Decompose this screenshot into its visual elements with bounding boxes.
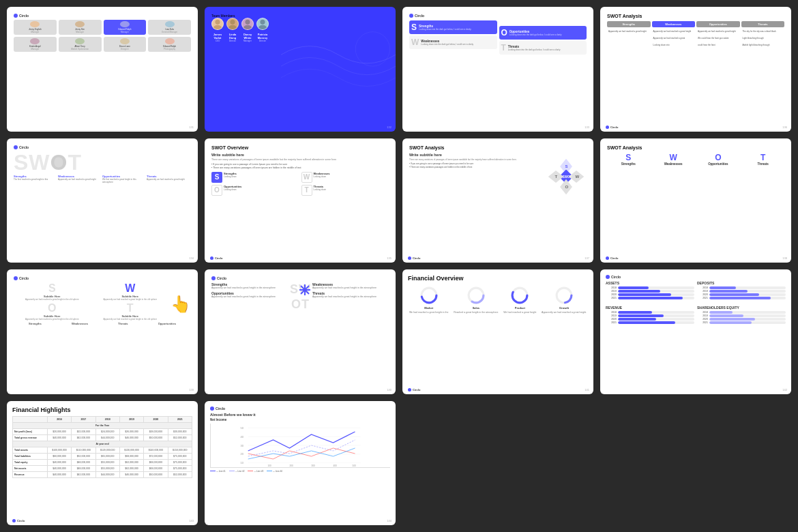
swot-cell-s1: Apparently we had reached a great height: [607, 29, 651, 34]
photo-box-4: Lisa Eula General Manager: [148, 20, 191, 35]
donut-growth: Growth Apparently we had reached a great…: [542, 286, 587, 314]
col-opportunities: Opportunities: [696, 21, 740, 27]
bar-deposits-title: DEPOSITS: [697, 281, 786, 285]
slide-7-desc: There are many variations of passages of…: [409, 158, 543, 161]
swot-ov-o-text: Looking down: [224, 188, 241, 191]
team-photo-grid-bottom: Kristin Angel Manager Albert Terry Marke…: [14, 37, 191, 52]
swot9-label-3: Threats: [118, 322, 128, 325]
fh-rev-2019: $46,000,000: [119, 434, 143, 441]
swot9-w: W Subtitle Here Apparently we had reache…: [92, 282, 169, 301]
fh-row-rev2-label: Revenue: [13, 471, 48, 477]
fh-row-revenue2: Revenue $40,000,000 $42,000,000 $44,000,…: [13, 471, 192, 477]
swot-cell-o3: could hear the faint: [696, 42, 740, 48]
svg-point-7: [260, 20, 265, 25]
bar-rev-title: REVENUE: [606, 306, 694, 310]
swot-bg-s: S: [14, 151, 28, 173]
donut-product-label: Product: [515, 306, 525, 310]
svg-point-2: [213, 25, 222, 30]
donut-sales-label: Sales: [473, 306, 479, 310]
swot9-t-letter: T: [127, 302, 134, 314]
avatar-4: [256, 18, 269, 30]
swot9-s: S Subtitle Here Apparently we had reache…: [14, 282, 91, 301]
bar-eq-title: SHAREHOLDERS EQUITY: [697, 306, 786, 310]
fh-th-2021: 2021: [168, 416, 192, 422]
slide-2: Team Members James Vadot CEO Linda Dong: [205, 7, 396, 132]
svg-point-3: [230, 20, 235, 25]
fh-np-2018: $24,000,000: [95, 428, 119, 434]
svg-text:30: 30: [241, 443, 244, 447]
photo-box-6: Albert Terry Market Spokesman: [59, 37, 102, 52]
swot-col-body: Apparently we had reached a great height…: [607, 29, 784, 48]
bottom-logo-11: Circlo: [408, 388, 420, 391]
circlo-logo-dot-14: [210, 407, 214, 411]
bar-revenue: REVENUE 2018 2019 2020 2021: [606, 306, 694, 325]
svg-point-8: [258, 25, 267, 30]
photo-box-5: Kristin Angel Manager: [14, 37, 57, 52]
photo-box-2: Jenny Kim Manager: [59, 20, 102, 35]
swot-cell-s3: [607, 42, 651, 48]
swot-overview-t: T ThreatsLooking down: [301, 185, 389, 196]
svg-text:100: 100: [268, 464, 272, 467]
bar-rev-row-4: 2021: [606, 321, 694, 324]
donut-market-text: We had reached a great height in the: [409, 311, 449, 314]
avatar-2: [226, 18, 239, 30]
page-num-3: 133: [585, 125, 589, 129]
swot9-o-letter: O: [48, 302, 56, 314]
photo-box-7: Devon Lane Designer: [104, 37, 147, 52]
slide-9: Circlo S Subtitle Here Apparently we had…: [7, 269, 198, 394]
circlo-logo-text-1: Circlo: [19, 14, 29, 18]
svg-point-0: [355, 32, 389, 66]
swot-ov-t-text: Looking down: [314, 188, 327, 191]
swot10-t: Threats Apparently we had reached a grea…: [312, 291, 389, 298]
swot5-o-text: We first reached a great height in this …: [102, 178, 147, 183]
team-name-2: Linda Dong Director: [226, 33, 239, 42]
swot10-s: Strengths Apparently we had reached a gr…: [211, 282, 288, 289]
fh-row-na-label: Net assets: [13, 465, 48, 471]
swot-w-text: Looking down into the dark gut below, I …: [421, 43, 473, 46]
fh-section-2: At year end: [13, 441, 192, 447]
slide-6-desc: There are many variations of passages of…: [211, 158, 389, 161]
photo-box-1: Jenny English Manager: [14, 20, 57, 35]
page-num-2: 132: [387, 125, 391, 129]
bottom-logo-13: Circlo: [12, 519, 25, 522]
bar-assets-row-2: 2019: [606, 290, 694, 293]
swot-bg-o: O: [50, 151, 68, 173]
fin-overview-title: Financial Overview: [408, 275, 588, 282]
swot-bg-t: T: [68, 151, 81, 173]
photo-role-1: Manager: [31, 31, 39, 33]
donut-growth-chart: [555, 286, 574, 305]
svg-point-6: [243, 25, 252, 30]
bar-rev-row-1: 2018: [606, 311, 694, 314]
fh-np-2019: $26,000,000: [119, 428, 143, 434]
slide-8: SWOT Analysis S Strengths W Weaknesses O…: [600, 138, 791, 263]
bar-assets: ASSETS 2018 2019 2020 2021: [606, 281, 694, 300]
swot-ov-s-title: Strengths: [224, 172, 237, 175]
swot-col-header: Strengths Weaknesses Opportunities Threa…: [607, 21, 784, 27]
swot9-label-4: Opportunities: [158, 322, 176, 325]
bar-eq-row-4: 2021: [697, 321, 786, 324]
bar-eq-row-1: 2018: [697, 311, 786, 314]
svg-text:T: T: [555, 175, 558, 179]
swot9-t-text: Apparently we had reached a great height…: [103, 318, 157, 321]
swot9-label-2: Weaknesses: [72, 322, 88, 325]
photo-role-7: Designer: [121, 48, 129, 50]
bar-dep-row-4: 2021: [697, 297, 786, 299]
fh-section-1-label: For the Year: [13, 422, 192, 428]
swot10-w: Weaknesses Apparently we had reached a g…: [312, 282, 389, 289]
swot-ov-o-letter: O: [211, 185, 222, 196]
fh-row-equity: Total equity $40,000,000 $48,000,000 $55…: [13, 459, 192, 465]
swot-cell-t1: The sky for the sky was a dead black: [741, 29, 785, 34]
swot8-w: W Weaknesses: [652, 153, 695, 166]
slide-6-title: SWOT Overview: [211, 145, 389, 150]
swot-o-text: Looking down into the dark gut below, I …: [509, 33, 562, 36]
svg-text:200: 200: [290, 464, 294, 467]
donut-market: Market We had reached a great height in …: [409, 286, 449, 314]
bar-equity: SHAREHOLDERS EQUITY 2018 2019 2020 2021: [697, 306, 786, 325]
slide-6-subtitle: Write subtitle here: [211, 153, 389, 157]
bar-assets-row-3: 2020: [606, 293, 694, 296]
team-name-1: James Vadot CEO: [211, 33, 224, 42]
fh-row-netassets: Net assets $40,000,000 $48,000,000 $55,0…: [13, 465, 192, 471]
page-num-10: 140: [387, 388, 391, 391]
swot-cell-w1: Apparently we had reached a great height: [652, 29, 696, 34]
slide-13: Financial Highlights 2016 2017 2018 2019…: [7, 401, 198, 526]
